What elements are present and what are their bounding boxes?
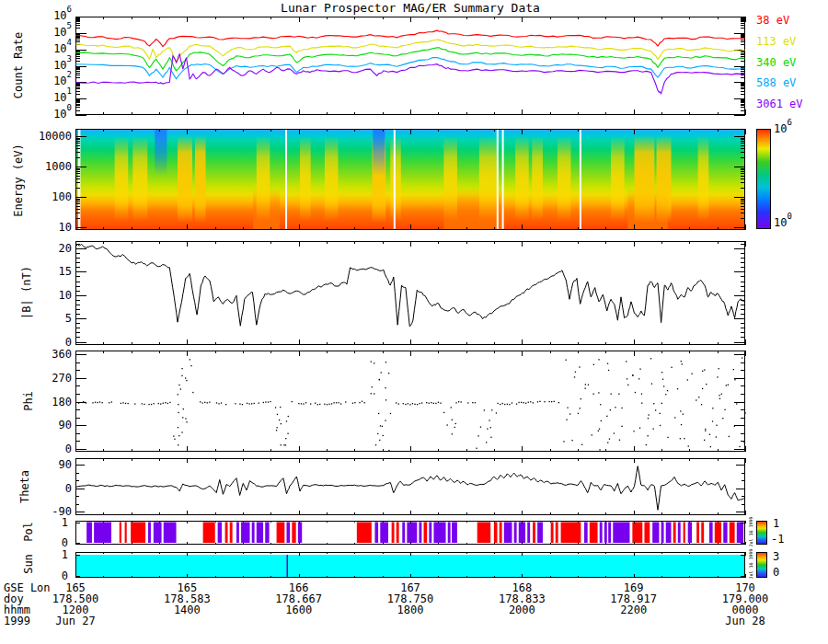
y-tick-label-energy: 100	[29, 191, 72, 202]
x-tick-column: 167178.7501800	[360, 582, 461, 627]
legend-item-340-ev: 340 eV	[756, 57, 796, 68]
y-tick-label-energy: 10000	[29, 131, 72, 142]
y-tick-label-theta: 90	[29, 459, 72, 470]
y-axis-label-sun: Sun	[23, 554, 34, 574]
sun-colorbar-min-label: 0	[773, 567, 779, 578]
colorbar-max-label: 106	[774, 123, 792, 134]
y-tick-label-count-rate: 101	[29, 92, 72, 103]
x-tick-date: Jun 27	[25, 615, 126, 627]
y-axis-label-energy: Energy (eV)	[13, 144, 24, 216]
colorbar-min-base: 10	[774, 216, 787, 229]
legend-item-113-ev: 113 eV	[756, 36, 796, 47]
colorbar-min-label: 100	[774, 217, 792, 228]
y-tick-label-count-rate: 100	[29, 109, 72, 120]
y-axis-label-count-rate: Count Rate	[13, 32, 24, 98]
x-tick-column: 166178.6671600	[248, 582, 350, 627]
x-tick-column: 165178.5001200Jun 27	[25, 582, 126, 627]
pol-colorbar-min-label: -1	[771, 534, 784, 545]
y-tick-label-pol: 0	[40, 537, 68, 548]
x-tick-date	[583, 615, 684, 627]
y-tick-label-energy: 1000	[29, 161, 72, 172]
x-tick-date: Jun 28	[695, 615, 796, 627]
sun-colorbar-max-label: 3	[773, 551, 779, 562]
colorbar-max-base: 10	[774, 122, 787, 135]
summary-plot-figure: Lunar Prospector MAG/ER Summary Data Cou…	[0, 0, 828, 644]
x-tick-date	[136, 615, 237, 627]
y-tick-label-phi: 180	[29, 397, 72, 408]
x-tick-column: 169178.9172200	[583, 582, 684, 627]
colorbar-max-exponent: 6	[787, 118, 791, 127]
y-tick-label-bmag: 5	[29, 313, 72, 324]
y-axis-label-pol: Pol	[23, 522, 34, 542]
fine-print-note: Jul 16 1999	[749, 516, 753, 546]
y-tick-label-theta: 0	[29, 483, 72, 494]
y-tick-label-bmag: 20	[29, 243, 72, 254]
y-tick-label-phi: 0	[29, 443, 72, 454]
y-tick-label-count-rate: 104	[29, 43, 72, 54]
pol-colorbar-max-label: 1	[773, 518, 779, 529]
plot-canvas	[0, 0, 828, 644]
y-tick-label-count-rate: 102	[29, 75, 72, 86]
y-tick-label-bmag: 10	[29, 290, 72, 301]
y-tick-label-phi: 270	[29, 373, 72, 384]
y-tick-label-bmag: 0	[29, 337, 72, 348]
x-tick-date	[248, 615, 350, 627]
plot-title: Lunar Prospector MAG/ER Summary Data	[75, 3, 745, 14]
y-tick-label-phi: 90	[29, 420, 72, 431]
y-tick-label-sun: 1	[40, 549, 68, 560]
y-tick-label-phi: 360	[29, 349, 72, 360]
y-tick-label-pol: 1	[40, 517, 68, 528]
x-tick-column: 165178.5831400	[136, 582, 237, 627]
x-tick-date	[471, 615, 572, 627]
y-tick-label-sun: 0	[40, 570, 68, 581]
fine-print-note: Jul 16 1999	[749, 548, 753, 579]
x-tick-column: 168178.8332000	[471, 582, 572, 627]
legend-item-38-ev: 38 eV	[756, 15, 789, 26]
y-tick-label-energy: 10	[29, 222, 72, 233]
legend-item-588-ev: 588 eV	[756, 77, 796, 88]
y-tick-label-count-rate: 103	[29, 60, 72, 71]
y-tick-label-bmag: 15	[29, 266, 72, 277]
y-tick-label-count-rate: 106	[29, 10, 72, 21]
y-tick-label-count-rate: 105	[29, 27, 72, 38]
legend-item-3061-ev: 3061 eV	[756, 98, 803, 109]
x-tick-column: 170179.0000000Jun 28	[695, 582, 796, 627]
x-tick-date	[360, 615, 461, 627]
colorbar-min-exponent: 0	[787, 212, 791, 221]
